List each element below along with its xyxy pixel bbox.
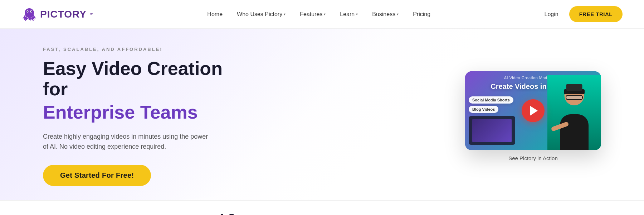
video-thumbnail[interactable]: AI Video Creation Made EASY Create Video… [465,71,601,150]
chevron-down-icon: ▾ [324,12,326,16]
ratings-bar: 4.8 ★★★★★ G 4.7 ★★★★★ ▶ Capterra 4.8 ★★★… [0,200,644,215]
cta-button[interactable]: Get Started For Free! [43,165,151,186]
chevron-down-icon: ▾ [356,12,358,16]
svg-point-4 [31,11,31,12]
hero-video-area: AI Video Creation Made EASY Create Video… [465,71,601,161]
nav-learn[interactable]: Learn ▾ [340,11,358,18]
hero-tagline: FAST, SCALABLE, AND AFFORDABLE! [43,47,250,52]
svg-point-3 [27,11,28,12]
chip-social-media: Social Media Shorts [469,96,513,104]
navbar: PICTORY™ Home Who Uses Pictory ▾ Feature… [0,0,644,29]
chip-blog-videos: Blog Videos [469,106,498,113]
g2-score: 4.8 [217,211,235,215]
hero-subtitle: Enterprise Teams [43,102,250,123]
nav-features[interactable]: Features ▾ [300,11,326,18]
video-inner: AI Video Creation Made EASY Create Video… [465,71,601,150]
capterra-score: 4.7 [278,212,296,215]
login-link[interactable]: Login [544,11,558,18]
video-thumb-bg: AI Video Creation Made EASY Create Video… [465,71,601,150]
logo[interactable]: PICTORY™ [21,6,93,22]
rating-feefo: 4.8 ★★★★★ feefo●● [332,212,364,215]
hero-description: Create highly engaging videos in minutes… [43,132,215,152]
person-figure [551,82,597,150]
video-chips: Social Media Shorts Blog Videos [469,96,513,113]
play-button[interactable] [522,99,545,122]
hero-section: FAST, SCALABLE, AND AFFORDABLE! Easy Vid… [0,29,644,200]
logo-text: PICTORY [40,9,87,20]
video-screen-mock [469,116,515,145]
nav-who-uses[interactable]: Who Uses Pictory ▾ [237,11,286,18]
video-person [547,75,601,150]
hero-content: FAST, SCALABLE, AND AFFORDABLE! Easy Vid… [43,47,250,186]
rating-g2: 4.8 ★★★★★ G [210,211,242,215]
free-trial-button[interactable]: FREE TRIAL [569,6,623,22]
screen-inner [472,119,512,142]
chevron-down-icon: ▾ [284,12,286,16]
hero-title: Easy Video Creation for [43,58,250,99]
softadvice-score: 4.7 [404,213,422,215]
nav-business[interactable]: Business ▾ [372,11,399,18]
play-icon [530,106,538,116]
logo-trademark: ™ [89,12,93,16]
rating-softadvice: 4.7 ★★★★★ Software Advice ™ [392,213,434,215]
nav-pricing[interactable]: Pricing [413,11,430,18]
nav-links: Home Who Uses Pictory ▾ Features ▾ Learn… [207,11,430,18]
octopus-icon [21,6,37,22]
chevron-down-icon: ▾ [397,12,399,16]
nav-right: Login FREE TRIAL [544,6,623,22]
rating-capterra: 4.7 ★★★★★ ▶ Capterra [271,212,303,215]
video-caption: See Pictory in Action [465,155,601,161]
nav-home[interactable]: Home [207,11,223,18]
feefo-score: 4.8 [339,212,357,215]
